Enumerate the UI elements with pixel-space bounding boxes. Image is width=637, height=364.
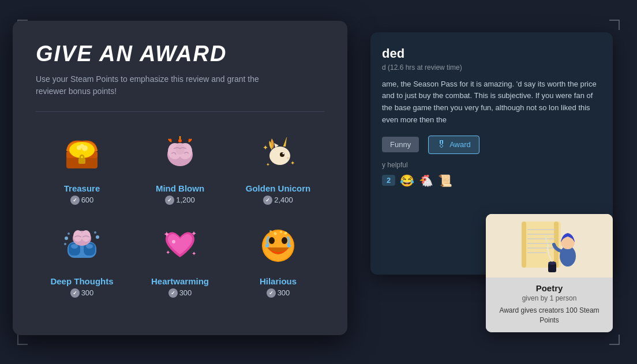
svg-text:✦: ✦ xyxy=(266,162,270,167)
svg-point-36 xyxy=(64,243,66,245)
award-button[interactable]: 🎖 Award xyxy=(428,136,479,154)
svg-point-51 xyxy=(280,231,282,233)
poetry-given: given by 1 person xyxy=(494,294,605,302)
svg-point-49 xyxy=(287,244,291,247)
deep-thoughts-cost: ✓ 300 xyxy=(70,288,94,298)
review-text: ame, the Season Pass for it is amazing. … xyxy=(382,78,601,126)
golden-unicorn-cost-value: 2,400 xyxy=(274,196,293,204)
steam-coin-heartwarming: ✓ xyxy=(168,288,178,298)
steam-coin-hilarious: ✓ xyxy=(267,288,276,298)
heartwarming-cost-value: 300 xyxy=(179,288,192,297)
treasure-icon xyxy=(62,133,102,179)
svg-point-46 xyxy=(269,237,275,244)
svg-rect-55 xyxy=(522,222,526,268)
emoji-1: 😂 xyxy=(400,174,414,187)
golden-unicorn-icon: ✦ ✦ ✦ xyxy=(258,133,298,179)
award-item-deep-thoughts[interactable]: Deep Thoughts ✓ 300 xyxy=(36,221,128,302)
treasure-name: Treasure xyxy=(64,183,100,193)
svg-text:✦: ✦ xyxy=(263,144,268,152)
review-actions: Funny 🎖 Award xyxy=(382,136,601,154)
golden-unicorn-cost: ✓ 2,400 xyxy=(263,196,293,205)
review-title: ded xyxy=(382,46,601,61)
svg-point-47 xyxy=(282,237,287,244)
funny-button[interactable]: Funny xyxy=(382,137,419,152)
awards-grid: Treasure ✓ 600 xyxy=(36,128,324,302)
svg-point-35 xyxy=(68,232,70,235)
award-item-treasure[interactable]: Treasure ✓ 600 xyxy=(36,128,128,209)
treasure-cost: ✓ 600 xyxy=(70,196,94,205)
award-item-mind-blown[interactable]: Mind Blown ✓ 1,200 xyxy=(134,128,226,209)
emoji-3: 📜 xyxy=(438,174,452,187)
poetry-name: Poetry xyxy=(494,283,605,293)
award-item-heartwarming[interactable]: ✦ ✦ ✦ ✦ Heartwarming ✓ 300 xyxy=(134,221,226,302)
review-subtitle: d (12.6 hrs at review time) xyxy=(382,63,601,72)
helpful-text: y helpful xyxy=(382,161,601,169)
funny-label: Funny xyxy=(390,140,411,149)
emoji-row: 2 😂 🐔 📜 xyxy=(382,174,601,187)
svg-point-15 xyxy=(178,139,182,142)
award-item-hilarious[interactable]: Hilarious ✓ 300 xyxy=(232,221,324,302)
svg-text:✦: ✦ xyxy=(192,250,196,257)
corner-bracket-tr xyxy=(609,20,620,30)
svg-point-48 xyxy=(265,244,269,247)
svg-text:✦: ✦ xyxy=(290,160,295,166)
svg-point-50 xyxy=(274,232,277,235)
award-item-golden-unicorn[interactable]: ✦ ✦ ✦ Golden Unicorn ✓ 2,400 xyxy=(232,128,324,209)
heartwarming-cost: ✓ 300 xyxy=(168,288,192,298)
mind-blown-icon xyxy=(160,133,200,179)
hilarious-icon xyxy=(258,226,298,272)
steam-coin-mind-blown: ✓ xyxy=(165,196,174,205)
svg-point-43 xyxy=(172,240,175,243)
hilarious-cost: ✓ 300 xyxy=(267,288,290,298)
svg-point-16 xyxy=(189,138,192,141)
svg-text:✦: ✦ xyxy=(166,249,170,256)
mind-blown-cost-value: 1,200 xyxy=(176,196,195,204)
heartwarming-icon: ✦ ✦ ✦ ✦ xyxy=(160,226,200,272)
treasure-cost-value: 600 xyxy=(81,196,94,204)
deep-thoughts-icon xyxy=(62,226,102,272)
corner-bracket-br xyxy=(609,335,620,345)
poetry-points: Award gives creators 100 Steam Points xyxy=(494,306,605,325)
modal-divider xyxy=(36,111,324,112)
svg-point-34 xyxy=(65,237,68,240)
svg-point-22 xyxy=(287,157,289,159)
svg-point-30 xyxy=(86,244,93,249)
award-modal: GIVE AN AWARD Use your Steam Points to e… xyxy=(13,21,347,335)
svg-text:✦: ✦ xyxy=(191,230,197,238)
steam-coin-deep-thoughts: ✓ xyxy=(70,288,80,298)
heartwarming-name: Heartwarming xyxy=(151,276,209,286)
poetry-info: Poetry given by 1 person Award gives cre… xyxy=(486,277,613,332)
steam-coin-treasure: ✓ xyxy=(70,196,80,205)
emoji-2: 🐔 xyxy=(419,174,433,187)
vote-count: 2 xyxy=(382,175,395,186)
poetry-tooltip: Poetry given by 1 person Award gives cre… xyxy=(486,214,613,332)
svg-point-5 xyxy=(80,144,84,148)
svg-text:✦: ✦ xyxy=(163,230,170,239)
hilarious-name: Hilarious xyxy=(260,276,297,286)
deep-thoughts-cost-value: 300 xyxy=(81,288,94,297)
svg-point-18 xyxy=(269,147,290,165)
award-label: Award xyxy=(449,140,471,149)
poetry-image-area xyxy=(486,214,613,277)
svg-point-29 xyxy=(71,244,78,249)
deep-thoughts-name: Deep Thoughts xyxy=(50,276,113,286)
steam-coin-golden-unicorn: ✓ xyxy=(263,196,272,205)
corner-bracket-bl xyxy=(17,335,28,345)
svg-point-17 xyxy=(169,138,172,141)
svg-point-53 xyxy=(284,231,287,234)
svg-point-38 xyxy=(94,231,96,234)
mind-blown-name: Mind Blown xyxy=(156,183,204,193)
award-ribbon-icon: 🎖 xyxy=(437,140,446,150)
svg-point-37 xyxy=(96,235,99,239)
golden-unicorn-name: Golden Unicorn xyxy=(246,183,311,193)
hilarious-cost-value: 300 xyxy=(278,288,290,297)
modal-desc: Use your Steam Points to emphasize this … xyxy=(36,73,290,97)
modal-title: GIVE AN AWARD xyxy=(36,42,324,66)
svg-point-52 xyxy=(269,230,272,232)
mind-blown-cost: ✓ 1,200 xyxy=(165,196,195,205)
svg-point-21 xyxy=(283,152,284,154)
